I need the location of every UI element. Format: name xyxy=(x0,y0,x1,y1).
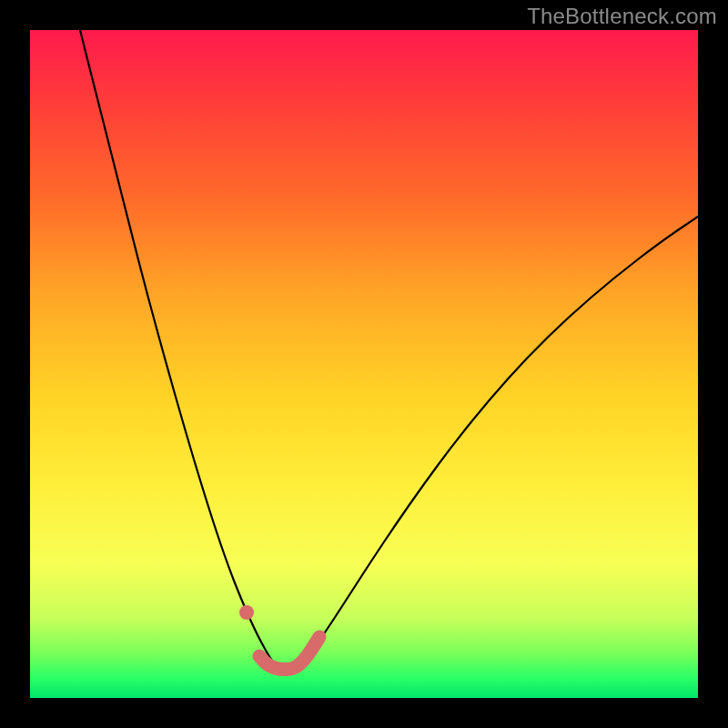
highlight-dot xyxy=(239,605,254,620)
plot-area xyxy=(30,30,698,698)
curves-svg xyxy=(30,30,698,698)
watermark-text: TheBottleneck.com xyxy=(527,4,717,29)
right-curve xyxy=(301,217,698,663)
left-curve xyxy=(80,30,275,663)
chart-frame: TheBottleneck.com xyxy=(0,0,728,728)
